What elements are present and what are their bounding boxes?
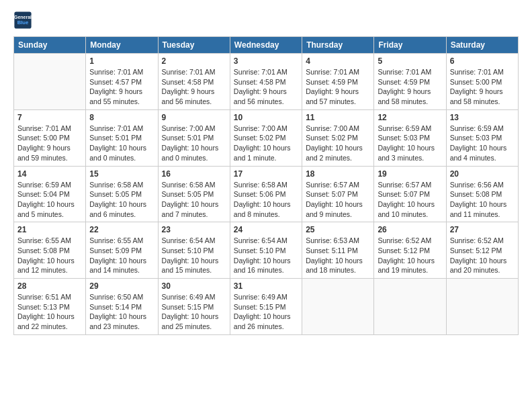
- day-info: Sunrise: 7:01 AMSunset: 5:00 PMDaylight:…: [450, 67, 515, 107]
- weekday-header-saturday: Saturday: [446, 37, 518, 54]
- day-number: 8: [89, 113, 154, 122]
- calendar-cell: 27Sunrise: 6:52 AMSunset: 5:12 PMDayligh…: [446, 222, 518, 279]
- day-number: 18: [306, 169, 370, 179]
- day-number: 4: [306, 56, 370, 66]
- calendar-cell: 10Sunrise: 7:00 AMSunset: 5:02 PMDayligh…: [230, 109, 302, 166]
- day-number: 6: [450, 56, 515, 66]
- weekday-header-row: SundayMondayTuesdayWednesdayThursdayFrid…: [14, 37, 519, 54]
- day-info: Sunrise: 6:49 AMSunset: 5:15 PMDaylight:…: [162, 292, 226, 332]
- day-number: 12: [378, 113, 442, 122]
- day-number: 29: [89, 281, 154, 291]
- calendar-cell: 5Sunrise: 7:01 AMSunset: 4:59 PMDaylight…: [374, 54, 446, 110]
- day-info: Sunrise: 6:58 AMSunset: 5:05 PMDaylight:…: [162, 180, 226, 220]
- calendar-week-row: 1Sunrise: 7:01 AMSunset: 4:57 PMDaylight…: [14, 54, 519, 110]
- day-info: Sunrise: 7:00 AMSunset: 5:02 PMDaylight:…: [234, 124, 298, 163]
- day-number: 31: [234, 281, 298, 291]
- day-number: 27: [450, 225, 515, 234]
- calendar-cell: 21Sunrise: 6:55 AMSunset: 5:08 PMDayligh…: [14, 222, 86, 279]
- calendar-cell: [302, 279, 374, 335]
- calendar-cell: 25Sunrise: 6:53 AMSunset: 5:11 PMDayligh…: [302, 222, 374, 279]
- day-number: 17: [234, 169, 298, 179]
- day-number: 11: [306, 113, 370, 122]
- day-info: Sunrise: 6:50 AMSunset: 5:14 PMDaylight:…: [89, 292, 154, 332]
- calendar-cell: 20Sunrise: 6:56 AMSunset: 5:08 PMDayligh…: [446, 166, 518, 222]
- calendar-cell: 31Sunrise: 6:49 AMSunset: 5:15 PMDayligh…: [230, 279, 302, 335]
- weekday-header-monday: Monday: [86, 37, 158, 54]
- day-number: 15: [89, 169, 154, 179]
- day-number: 19: [378, 169, 442, 179]
- logo-icon: General Blue: [13, 11, 32, 30]
- calendar-cell: 1Sunrise: 7:01 AMSunset: 4:57 PMDaylight…: [86, 54, 158, 110]
- calendar-week-row: 14Sunrise: 6:59 AMSunset: 5:04 PMDayligh…: [14, 166, 519, 222]
- calendar-cell: 23Sunrise: 6:54 AMSunset: 5:10 PMDayligh…: [158, 222, 230, 279]
- calendar-cell: 15Sunrise: 6:58 AMSunset: 5:05 PMDayligh…: [86, 166, 158, 222]
- calendar-week-row: 7Sunrise: 7:01 AMSunset: 5:00 PMDaylight…: [14, 109, 519, 166]
- day-number: 24: [234, 225, 298, 234]
- day-info: Sunrise: 6:56 AMSunset: 5:08 PMDaylight:…: [450, 180, 515, 220]
- calendar-cell: [374, 279, 446, 335]
- day-info: Sunrise: 6:57 AMSunset: 5:07 PMDaylight:…: [306, 180, 370, 220]
- day-info: Sunrise: 7:01 AMSunset: 5:01 PMDaylight:…: [89, 124, 154, 163]
- day-number: 1: [89, 56, 154, 66]
- day-number: 23: [162, 225, 226, 234]
- day-number: 30: [162, 281, 226, 291]
- day-info: Sunrise: 6:52 AMSunset: 5:12 PMDaylight:…: [378, 236, 442, 275]
- day-number: 25: [306, 225, 370, 234]
- day-number: 2: [162, 56, 226, 66]
- calendar-table: SundayMondayTuesdayWednesdayThursdayFrid…: [13, 36, 519, 335]
- day-number: 16: [162, 169, 226, 179]
- day-info: Sunrise: 7:01 AMSunset: 4:58 PMDaylight:…: [162, 67, 226, 107]
- day-info: Sunrise: 6:59 AMSunset: 5:03 PMDaylight:…: [450, 124, 515, 163]
- day-info: Sunrise: 6:57 AMSunset: 5:07 PMDaylight:…: [378, 180, 442, 220]
- day-info: Sunrise: 7:01 AMSunset: 4:58 PMDaylight:…: [234, 67, 298, 107]
- calendar-cell: 16Sunrise: 6:58 AMSunset: 5:05 PMDayligh…: [158, 166, 230, 222]
- day-info: Sunrise: 7:01 AMSunset: 4:59 PMDaylight:…: [378, 67, 442, 107]
- day-info: Sunrise: 6:55 AMSunset: 5:09 PMDaylight:…: [89, 236, 154, 275]
- svg-text:Blue: Blue: [17, 19, 29, 26]
- calendar-cell: 12Sunrise: 6:59 AMSunset: 5:03 PMDayligh…: [374, 109, 446, 166]
- day-number: 7: [17, 113, 82, 122]
- day-info: Sunrise: 7:00 AMSunset: 5:02 PMDaylight:…: [306, 124, 370, 163]
- day-info: Sunrise: 6:59 AMSunset: 5:04 PMDaylight:…: [17, 180, 82, 220]
- day-info: Sunrise: 7:00 AMSunset: 5:01 PMDaylight:…: [162, 124, 226, 163]
- calendar-cell: 18Sunrise: 6:57 AMSunset: 5:07 PMDayligh…: [302, 166, 374, 222]
- day-number: 14: [17, 169, 82, 179]
- day-number: 22: [89, 225, 154, 234]
- calendar-cell: 2Sunrise: 7:01 AMSunset: 4:58 PMDaylight…: [158, 54, 230, 110]
- day-number: 28: [17, 281, 82, 291]
- calendar-cell: 26Sunrise: 6:52 AMSunset: 5:12 PMDayligh…: [374, 222, 446, 279]
- day-info: Sunrise: 6:55 AMSunset: 5:08 PMDaylight:…: [17, 236, 82, 275]
- weekday-header-sunday: Sunday: [14, 37, 86, 54]
- day-info: Sunrise: 6:58 AMSunset: 5:06 PMDaylight:…: [234, 180, 298, 220]
- day-number: 5: [378, 56, 442, 66]
- calendar-cell: 7Sunrise: 7:01 AMSunset: 5:00 PMDaylight…: [14, 109, 86, 166]
- header: General Blue: [13, 11, 519, 30]
- calendar-cell: 11Sunrise: 7:00 AMSunset: 5:02 PMDayligh…: [302, 109, 374, 166]
- calendar-week-row: 28Sunrise: 6:51 AMSunset: 5:13 PMDayligh…: [14, 279, 519, 335]
- calendar-cell: 4Sunrise: 7:01 AMSunset: 4:59 PMDaylight…: [302, 54, 374, 110]
- day-info: Sunrise: 6:54 AMSunset: 5:10 PMDaylight:…: [162, 236, 226, 275]
- calendar-cell: 9Sunrise: 7:00 AMSunset: 5:01 PMDaylight…: [158, 109, 230, 166]
- calendar-cell: 29Sunrise: 6:50 AMSunset: 5:14 PMDayligh…: [86, 279, 158, 335]
- calendar-cell: 8Sunrise: 7:01 AMSunset: 5:01 PMDaylight…: [86, 109, 158, 166]
- day-number: 9: [162, 113, 226, 122]
- weekday-header-friday: Friday: [374, 37, 446, 54]
- weekday-header-thursday: Thursday: [302, 37, 374, 54]
- svg-text:General: General: [14, 15, 32, 19]
- calendar-cell: 30Sunrise: 6:49 AMSunset: 5:15 PMDayligh…: [158, 279, 230, 335]
- day-info: Sunrise: 6:59 AMSunset: 5:03 PMDaylight:…: [378, 124, 442, 163]
- day-info: Sunrise: 6:53 AMSunset: 5:11 PMDaylight:…: [306, 236, 370, 275]
- calendar-cell: 24Sunrise: 6:54 AMSunset: 5:10 PMDayligh…: [230, 222, 302, 279]
- calendar-cell: 13Sunrise: 6:59 AMSunset: 5:03 PMDayligh…: [446, 109, 518, 166]
- calendar-week-row: 21Sunrise: 6:55 AMSunset: 5:08 PMDayligh…: [14, 222, 519, 279]
- day-info: Sunrise: 7:01 AMSunset: 5:00 PMDaylight:…: [17, 124, 82, 163]
- logo: General Blue: [13, 11, 32, 30]
- day-number: 21: [17, 225, 82, 234]
- calendar-cell: 28Sunrise: 6:51 AMSunset: 5:13 PMDayligh…: [14, 279, 86, 335]
- day-info: Sunrise: 6:51 AMSunset: 5:13 PMDaylight:…: [17, 292, 82, 332]
- day-number: 13: [450, 113, 515, 122]
- day-info: Sunrise: 7:01 AMSunset: 4:59 PMDaylight:…: [306, 67, 370, 107]
- weekday-header-tuesday: Tuesday: [158, 37, 230, 54]
- calendar-cell: [14, 54, 86, 110]
- day-info: Sunrise: 6:58 AMSunset: 5:05 PMDaylight:…: [89, 180, 154, 220]
